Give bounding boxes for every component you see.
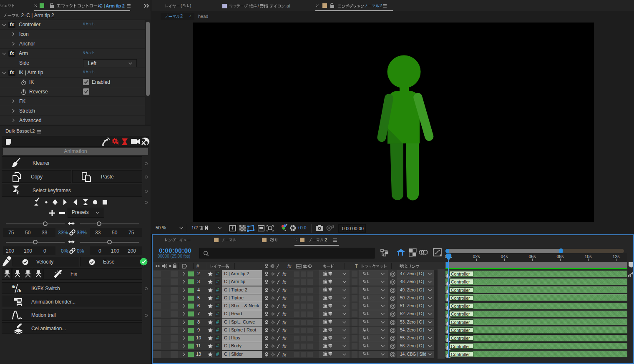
svg-text:fx: fx bbox=[282, 271, 287, 277]
svg-text:fx: fx bbox=[282, 304, 287, 309]
svg-text:fx: fx bbox=[282, 328, 287, 333]
svg-text:ik: ik bbox=[12, 284, 16, 289]
svg-text:fx: fx bbox=[282, 320, 287, 325]
svg-text:fk: fk bbox=[17, 288, 22, 293]
svg-text:fx: fx bbox=[282, 352, 287, 357]
svg-text:fx: fx bbox=[287, 264, 292, 269]
svg-text:fx: fx bbox=[282, 288, 287, 293]
svg-text:fx: fx bbox=[282, 344, 287, 349]
svg-text:fx: fx bbox=[282, 296, 287, 301]
svg-text:fx: fx bbox=[282, 279, 287, 285]
svg-text:fx: fx bbox=[282, 311, 287, 317]
svg-text:fx: fx bbox=[282, 336, 287, 341]
